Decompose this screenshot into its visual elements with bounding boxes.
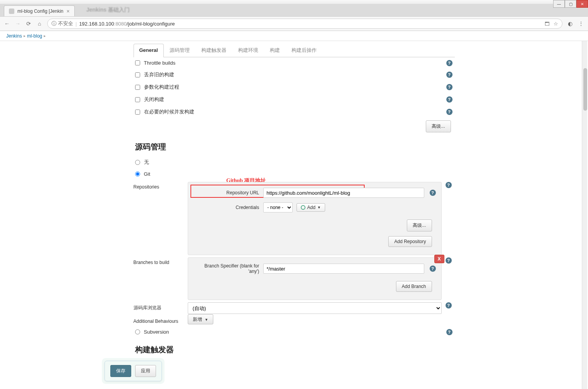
scrollbar-thumb[interactable] xyxy=(583,68,587,111)
radio-scm-none[interactable] xyxy=(135,160,140,165)
section-scm-heading: 源码管理 xyxy=(135,142,455,152)
label-branch-specifier: Branch Specifier (blank for 'any') xyxy=(194,263,259,274)
radio-scm-subversion[interactable] xyxy=(135,329,140,334)
help-icon[interactable]: ? xyxy=(446,96,453,103)
tab-title: ml-blog Config [Jenkin xyxy=(17,9,63,14)
key-icon xyxy=(301,205,305,210)
select-repo-browser[interactable]: (自动) xyxy=(188,302,442,314)
help-icon[interactable]: ? xyxy=(446,329,453,335)
checkbox-throttle[interactable] xyxy=(135,60,140,65)
checkbox-disable[interactable] xyxy=(135,97,140,102)
browser-tab-ghost: Jenkins 基础入门 xyxy=(86,7,130,14)
checkbox-concurrent[interactable] xyxy=(135,110,140,115)
label-repo-browser: 源码库浏览器 xyxy=(134,302,184,311)
info-icon: ⓘ xyxy=(51,20,57,27)
breadcrumb: Jenkins ▸ ml-blog ▸ xyxy=(0,31,588,41)
tab-triggers[interactable]: 构建触发器 xyxy=(195,43,232,57)
scm-none-option[interactable]: 无 xyxy=(134,156,455,168)
address-input[interactable]: ⓘ 不安全 | 192.168.10.100:8080/job/ml-blog/… xyxy=(47,19,562,29)
select-credentials[interactable]: - none - xyxy=(263,202,293,212)
help-icon[interactable]: ? xyxy=(446,60,453,66)
help-icon[interactable]: ? xyxy=(446,72,453,78)
tab-build[interactable]: 构建 xyxy=(264,43,286,57)
scm-subversion-option[interactable]: Subversion ? xyxy=(134,326,455,338)
delete-branch-button[interactable]: X xyxy=(434,255,444,263)
help-icon[interactable]: ? xyxy=(446,302,452,308)
favicon-icon xyxy=(9,9,14,14)
label-additional-behaviours: Additional Behaviours xyxy=(134,316,184,324)
url-bar: ← → ⟳ ⌂ ⓘ 不安全 | 192.168.10.100:8080/job/… xyxy=(0,16,588,31)
label-credentials: Credentials xyxy=(194,205,259,210)
tab-post[interactable]: 构建后操作 xyxy=(286,43,322,57)
opt-parameterized[interactable]: 参数化构建过程 ? xyxy=(134,81,455,93)
window-minimize-button[interactable]: — xyxy=(553,0,565,8)
label-repositories: Repositories xyxy=(134,182,184,190)
bookmark-star-icon[interactable]: ☆ xyxy=(554,21,558,27)
opt-disable-build[interactable]: 关闭构建 ? xyxy=(134,93,455,106)
advanced-repo-button[interactable]: 高级... xyxy=(407,219,432,231)
truncated-option-row: __脚本) xyxy=(134,359,455,370)
help-icon[interactable]: ? xyxy=(446,182,452,188)
help-icon[interactable]: ? xyxy=(446,257,452,264)
browser-tab-strip: ml-blog Config [Jenkin × Jenkins 基础入门 xyxy=(0,4,588,16)
section-triggers-heading: 构建触发器 xyxy=(135,344,455,355)
save-apply-bar: 保存 应用 xyxy=(105,361,162,381)
opt-throttle-builds[interactable]: Throttle builds ? xyxy=(134,57,455,69)
dropdown-caret-icon: ▼ xyxy=(205,318,208,322)
back-icon[interactable]: ← xyxy=(4,21,10,27)
apply-button[interactable]: 应用 xyxy=(135,365,156,377)
window-close-button[interactable]: ✕ xyxy=(576,0,588,8)
input-branch-specifier[interactable] xyxy=(263,264,424,274)
advanced-button[interactable]: 高级... xyxy=(426,120,451,132)
help-icon[interactable]: ? xyxy=(446,84,453,90)
label-branches: Branches to build xyxy=(134,257,184,265)
breadcrumb-job[interactable]: ml-blog xyxy=(27,33,42,39)
forward-icon[interactable]: → xyxy=(15,21,21,27)
insecure-badge: ⓘ 不安全 xyxy=(51,20,73,27)
config-form: General 源码管理 构建触发器 构建环境 构建 构建后操作 Throttl… xyxy=(134,41,455,389)
scm-git-option[interactable]: Git xyxy=(134,168,455,180)
translate-icon[interactable]: 🗔 xyxy=(545,21,550,27)
menu-icon[interactable]: ⋮ xyxy=(578,21,584,27)
window-maximize-button[interactable]: ▢ xyxy=(565,0,576,8)
repositories-panel: Repository URL ? Credentials - none - Ad… xyxy=(188,182,442,255)
radio-scm-git[interactable] xyxy=(135,171,140,177)
reload-icon[interactable]: ⟳ xyxy=(26,21,32,27)
help-icon[interactable]: ? xyxy=(430,190,436,196)
add-branch-button[interactable]: Add Branch xyxy=(396,281,432,292)
config-tab-bar: General 源码管理 构建触发器 构建环境 构建 构建后操作 xyxy=(134,43,455,57)
tab-general[interactable]: General xyxy=(134,44,164,57)
breadcrumb-root[interactable]: Jenkins xyxy=(6,33,22,39)
browser-tab-active[interactable]: ml-blog Config [Jenkin × xyxy=(4,5,75,16)
input-repo-url[interactable] xyxy=(263,188,424,198)
url-text: 192.168.10.100:8080/job/ml-blog/configur… xyxy=(79,21,542,27)
dropdown-caret-icon: ▼ xyxy=(317,206,321,209)
tab-close-icon[interactable]: × xyxy=(67,8,70,14)
opt-discard-old[interactable]: 丢弃旧的构建 ? xyxy=(134,69,455,81)
save-button[interactable]: 保存 xyxy=(110,365,131,377)
checkbox-param[interactable] xyxy=(135,85,140,90)
add-repository-button[interactable]: Add Repository xyxy=(388,236,432,247)
add-behaviour-button[interactable]: 新增 ▼ xyxy=(188,314,213,324)
extension-icon[interactable]: ◐ xyxy=(567,21,573,27)
help-icon[interactable]: ? xyxy=(430,266,436,272)
branches-panel: X Branch Specifier (blank for 'any') ? A… xyxy=(188,257,442,300)
chevron-right-icon: ▸ xyxy=(24,34,26,38)
tab-scm[interactable]: 源码管理 xyxy=(164,43,195,57)
add-credentials-button[interactable]: Add ▼ xyxy=(297,203,325,212)
tab-env[interactable]: 构建环境 xyxy=(232,43,264,57)
chevron-right-icon: ▸ xyxy=(44,34,46,38)
checkbox-discard[interactable] xyxy=(135,72,140,77)
home-icon[interactable]: ⌂ xyxy=(36,21,43,27)
help-icon[interactable]: ? xyxy=(446,109,453,115)
opt-concurrent[interactable]: 在必要的时候并发构建 ? xyxy=(134,106,455,118)
label-repo-url: Repository URL xyxy=(194,190,259,195)
window-frame-top: — ▢ ✕ xyxy=(0,0,588,4)
